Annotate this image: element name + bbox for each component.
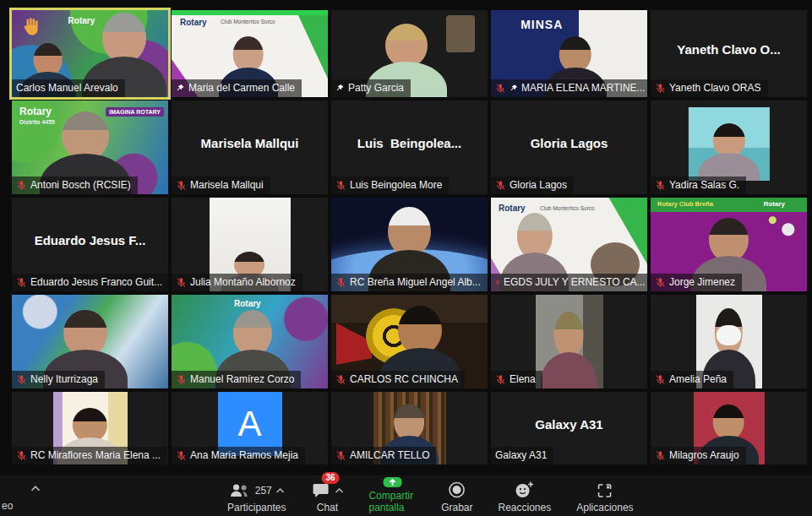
muted-mic-icon	[655, 83, 666, 94]
chat-button[interactable]: 36 Chat	[311, 478, 343, 513]
video-button-partial[interactable]: eo	[2, 500, 13, 512]
participants-icon	[229, 482, 251, 499]
video-tile-milagros-araujo[interactable]: Milagros Araujo	[651, 392, 807, 464]
video-tile-jorge-jimenez[interactable]: Rotary Club Breña Rotary Jorge Jimenez	[651, 198, 807, 291]
name-label: Antoni Bosch (RCSIE)	[12, 177, 138, 194]
video-tile-yaneth-clavo[interactable]: Yaneth Clavo O... Yaneth Clavo ORAS	[651, 10, 807, 97]
name-label: Manuel Ramírez Corzo	[172, 371, 301, 388]
participants-button[interactable]: 257 Participantes	[227, 478, 286, 513]
name-label: Julia Montaño Albornoz	[172, 274, 302, 291]
muted-mic-icon	[176, 277, 187, 288]
person	[698, 123, 760, 181]
video-tile-carlos-rc-chincha[interactable]: CARLOS RC CHINCHA	[331, 295, 488, 388]
video-tile-carlos-manuel-arevalo[interactable]: Rotary Carlos Manuel Arevalo	[12, 10, 168, 97]
muted-mic-icon	[176, 180, 187, 191]
share-screen-button[interactable]: Compartir pantalla	[368, 478, 416, 513]
video-tile-nelly-iturrizaga[interactable]: Nelly Iturrizaga	[12, 295, 168, 388]
video-tile-galaxy-a31[interactable]: Galaxy A31 Galaxy A31	[491, 392, 647, 464]
rotary-logo-text: Rotary	[764, 200, 785, 208]
muted-mic-icon	[335, 180, 346, 191]
name-label: CARLOS RC CHINCHA	[331, 371, 465, 388]
chat-label: Chat	[317, 502, 338, 513]
video-tile-amelia-pena[interactable]: Amelia Peña	[651, 295, 807, 388]
minsa-banner-text: MINSA	[520, 18, 563, 31]
name-label: Galaxy A31	[491, 447, 553, 464]
video-tile-yadira-salas[interactable]: Yadira Salas G.	[651, 100, 807, 194]
rotary-logo-text: Rotary	[68, 16, 95, 25]
muted-mic-icon	[655, 277, 666, 288]
profile-photo	[688, 107, 769, 182]
name-label: Luis Beingolea More	[331, 177, 449, 194]
rotary-logo-text: Rotary	[180, 18, 207, 27]
muted-mic-icon	[335, 450, 346, 461]
apps-label: Aplicaciones	[576, 502, 633, 513]
video-tile-eduardo-jesus[interactable]: Eduardo Jesus F... Eduardo Jesus Franco …	[12, 198, 168, 291]
chat-unread-badge: 36	[321, 472, 339, 484]
name-label: Nelly Iturrizaga	[12, 371, 105, 388]
rotary-logo-text: Rotary	[19, 106, 52, 117]
video-tile-amilcar-tello[interactable]: AMILCAR TELLO	[331, 392, 488, 464]
video-tile-elena[interactable]: Elena	[491, 295, 647, 388]
name-label: Milagros Araujo	[651, 447, 746, 464]
record-label: Grabar	[441, 502, 472, 513]
video-tile-antoni-bosch[interactable]: Rotary Distrito 4455 IMAGINA ROTARY Anto…	[12, 100, 168, 194]
chevron-up-icon[interactable]	[335, 487, 343, 494]
participant-display-name: Yaneth Clavo O...	[651, 10, 807, 89]
muted-mic-icon	[495, 83, 506, 94]
muted-mic-icon	[176, 374, 187, 385]
muted-mic-icon	[16, 277, 27, 288]
record-button[interactable]: Grabar	[441, 478, 472, 513]
raised-hand-icon	[20, 16, 42, 41]
muted-mic-icon	[16, 450, 27, 461]
video-tile-patty-garcia[interactable]: Patty Garcia	[331, 10, 488, 97]
video-tile-maria-elena-martinez[interactable]: MINSA MARIA ELENA MARTINE...	[491, 10, 647, 97]
rotary-logo-text: Rotary	[234, 299, 261, 308]
muted-mic-icon	[16, 374, 27, 385]
apps-button[interactable]: Aplicaciones	[576, 478, 633, 513]
name-label: RC Breña Miguel Angel Alb...	[331, 274, 488, 291]
participants-count: 257	[255, 485, 272, 497]
participant-display-name: Marisela Mallqui	[172, 100, 328, 186]
video-tile-maria-del-carmen-calle[interactable]: Rotary Club Monterrico Surco Maria del C…	[172, 10, 328, 97]
chevron-up-icon[interactable]	[276, 487, 285, 494]
video-options-chevron[interactable]	[30, 481, 41, 496]
reactions-label: Reacciones	[499, 502, 552, 513]
participants-label: Participantes	[227, 502, 286, 513]
video-tile-marisela-mallqui[interactable]: Marisela Mallqui Marisela Mallqui	[172, 100, 328, 194]
name-label: Carlos Manuel Arevalo	[12, 79, 125, 97]
reactions-icon	[515, 481, 535, 499]
video-tile-luis-beingolea[interactable]: Luis Beingolea... Luis Beingolea More	[331, 100, 488, 194]
rotary-district-text: Distrito 4455	[19, 119, 55, 125]
imagina-rotary-text: IMAGINA ROTARY	[106, 107, 164, 117]
video-tile-manuel-ramirez[interactable]: Rotary Manuel Ramírez Corzo	[172, 295, 328, 388]
meeting-toolbar: eo 257 Participantes 36 Chat Compartir p…	[0, 475, 812, 516]
video-tile-julia-montano[interactable]: Julia Montaño Albornoz	[172, 198, 328, 291]
pin-icon	[510, 84, 519, 93]
wall-frame	[446, 15, 475, 52]
muted-mic-icon	[495, 180, 506, 191]
video-tile-rc-brena-miguel-angel[interactable]: RC Breña Miguel Angel Alb...	[331, 198, 488, 291]
name-label: Ana Maria Ramos Mejia	[172, 447, 305, 464]
name-label: AMILCAR TELLO	[331, 447, 436, 464]
pin-icon	[176, 84, 185, 93]
video-tile-rc-miraflores-maria-elena[interactable]: RC Miraflores Maria Elena ...	[12, 392, 168, 464]
video-strip	[536, 295, 603, 388]
name-label: Yaneth Clavo ORAS	[651, 79, 768, 97]
name-label: MARIA ELENA MARTINE...	[491, 79, 647, 97]
muted-mic-icon	[176, 450, 187, 461]
video-tile-ana-maria-ramos[interactable]: A Ana Maria Ramos Mejia	[172, 392, 328, 464]
face-mask	[717, 325, 740, 345]
share-screen-icon	[383, 477, 401, 487]
name-label: Marisela Mallqui	[172, 177, 270, 194]
name-label: Maria del Carmen Calle	[172, 79, 302, 97]
name-label: Jorge Jimenez	[651, 274, 742, 291]
muted-mic-icon	[655, 450, 666, 461]
video-tile-egds-july-ernesto[interactable]: Rotary Club Monterrico Surco EGDS JULY Y…	[491, 198, 647, 291]
reactions-button[interactable]: Reacciones	[499, 478, 552, 513]
muted-mic-icon	[335, 277, 346, 288]
pin-icon	[335, 84, 345, 93]
rotary-club-text: Club Monterrico Surco	[540, 205, 595, 211]
name-label: Elena	[491, 371, 542, 388]
name-label: Amelia Peña	[651, 371, 733, 388]
video-tile-gloria-lagos[interactable]: Gloria Lagos Gloria Lagos	[491, 100, 647, 194]
